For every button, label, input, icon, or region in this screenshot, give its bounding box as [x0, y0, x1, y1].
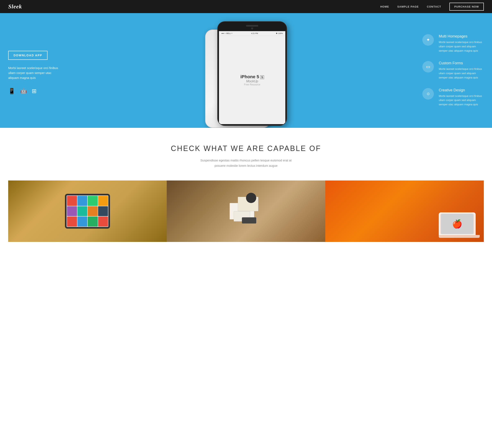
hero-center: ●●○○ BELL ᯤ 4:21 PM ✱ 100% iPhone 5 S Mo…	[70, 13, 418, 128]
multi-homepages-text: Multi Homepages Morbi laoreet scelerisqu…	[439, 34, 484, 53]
feature-multi-homepages: ✦ Multi Homepages Morbi laoreet sceleris…	[422, 34, 484, 53]
tile-9	[67, 216, 77, 226]
nav-link-sample-page[interactable]: SAMPLE PAGE	[397, 5, 419, 8]
phone-mockup-label: MockUp	[246, 80, 258, 83]
phone-carrier: ●●○○ BELL ᯤ	[221, 32, 233, 34]
portfolio-item-stationery[interactable]	[167, 181, 325, 242]
tablet-mockup	[65, 194, 110, 229]
phone-time: 4:21 PM	[251, 32, 258, 34]
feature-creative-design: ⊙ Creative Design Morbi laoreet sceleris…	[422, 88, 484, 107]
capabilities-subtext-2: posuere molestie lorem lectus interdum a…	[8, 163, 484, 168]
hero-left: DOWNLOAD APP Morbi laoreet scelerisque o…	[0, 13, 70, 128]
phone-screen: ●●○○ BELL ᯤ 4:21 PM ✱ 100% iPhone 5 S Mo…	[219, 31, 285, 124]
stationery-dark-item	[242, 217, 256, 224]
hero-right: ✦ Multi Homepages Morbi laoreet sceleris…	[418, 13, 492, 128]
platform-icons: 📱 🤖 ⊞	[8, 88, 62, 94]
phone-status-bar: ●●○○ BELL ᯤ 4:21 PM ✱ 100%	[219, 31, 285, 36]
phone-free-label: Free Resource	[244, 83, 260, 86]
tile-4	[98, 196, 108, 206]
capabilities-heading: CHECK WHAT WE ARE CAPABLE OF	[8, 144, 484, 153]
navbar: Sleek HOME SAMPLE PAGE CONTACT PURCHASE …	[0, 0, 492, 13]
creative-design-icon: ⊙	[422, 88, 434, 100]
custom-forms-title: Custom Forms	[439, 61, 484, 65]
tile-12	[98, 216, 108, 226]
laptop-screen: 🍎	[439, 213, 476, 235]
tile-3	[88, 196, 98, 206]
phone-content: iPhone 5 S MockUp Free Resource	[219, 36, 285, 124]
multi-homepages-icon: ✦	[422, 34, 434, 46]
site-logo[interactable]: Sleek	[8, 3, 22, 10]
capabilities-section: CHECK WHAT WE ARE CAPABLE OF Suspendisse…	[0, 128, 492, 258]
nav-link-home[interactable]: HOME	[380, 5, 389, 8]
nav-link-contact[interactable]: CONTACT	[427, 5, 441, 8]
portfolio-item-tablet[interactable]	[8, 181, 167, 242]
android-icon[interactable]: 🤖	[20, 88, 27, 94]
tile-8	[98, 206, 108, 216]
tile-7	[88, 206, 98, 216]
purchase-now-button[interactable]: PURCHASE NOW	[449, 3, 484, 11]
hero-section: DOWNLOAD APP Morbi laoreet scelerisque o…	[0, 13, 492, 128]
tile-6	[77, 206, 87, 216]
multi-homepages-title: Multi Homepages	[439, 34, 484, 39]
nav-item-purchase[interactable]: PURCHASE NOW	[449, 5, 484, 8]
tile-2	[77, 196, 87, 206]
phone-model-name: iPhone 5 S	[240, 74, 264, 80]
tile-10	[77, 216, 87, 226]
phone-front-device: ●●○○ BELL ᯤ 4:21 PM ✱ 100% iPhone 5 S Mo…	[217, 21, 287, 126]
feature-custom-forms: ▭ Custom Forms Morbi laoreet scelerisque…	[422, 61, 484, 80]
capabilities-subtext-1: Suspendisse egestas mattis rhoncus pelle…	[8, 158, 484, 163]
tile-5	[67, 206, 77, 216]
nav-item-contact[interactable]: CONTACT	[427, 5, 441, 8]
stationery-display	[226, 191, 266, 232]
download-app-button[interactable]: DOWNLOAD APP	[8, 51, 48, 60]
custom-forms-desc: Morbi laoreet scelerisque orci finibus u…	[439, 67, 484, 80]
stationery-round-object	[246, 193, 256, 203]
phone-camera	[251, 27, 253, 30]
phone-speaker	[246, 25, 258, 27]
tile-1	[67, 196, 77, 206]
windows-icon[interactable]: ⊞	[32, 88, 36, 94]
nav-item-sample-page[interactable]: SAMPLE PAGE	[397, 5, 419, 8]
creative-design-title: Creative Design	[439, 88, 484, 92]
phone-mockup-container: ●●○○ BELL ᯤ 4:21 PM ✱ 100% iPhone 5 S Mo…	[201, 21, 287, 128]
tile-11	[88, 216, 98, 226]
portfolio-grid: 🍎	[8, 181, 484, 242]
portfolio-item-office[interactable]: 🍎	[325, 181, 484, 242]
nav-links: HOME SAMPLE PAGE CONTACT PURCHASE NOW	[380, 5, 484, 8]
nav-item-home[interactable]: HOME	[380, 5, 389, 8]
creative-design-text: Creative Design Morbi laoreet scelerisqu…	[439, 88, 484, 107]
custom-forms-text: Custom Forms Morbi laoreet scelerisque o…	[439, 61, 484, 80]
office-display: 🍎	[439, 213, 480, 238]
laptop-base	[439, 235, 480, 238]
custom-forms-icon: ▭	[422, 61, 434, 72]
phone-battery: ✱ 100%	[276, 32, 283, 34]
tablet-screen-grid	[67, 195, 108, 227]
multi-homepages-desc: Morbi laoreet scelerisque orci finibus u…	[439, 40, 484, 53]
ios-icon[interactable]: 📱	[8, 88, 15, 94]
hero-description: Morbi laoreet scelerisque orci finibus u…	[8, 66, 62, 80]
creative-design-desc: Morbi laoreet scelerisque orci finibus u…	[439, 94, 484, 107]
phone-model-variant: S	[260, 75, 264, 79]
